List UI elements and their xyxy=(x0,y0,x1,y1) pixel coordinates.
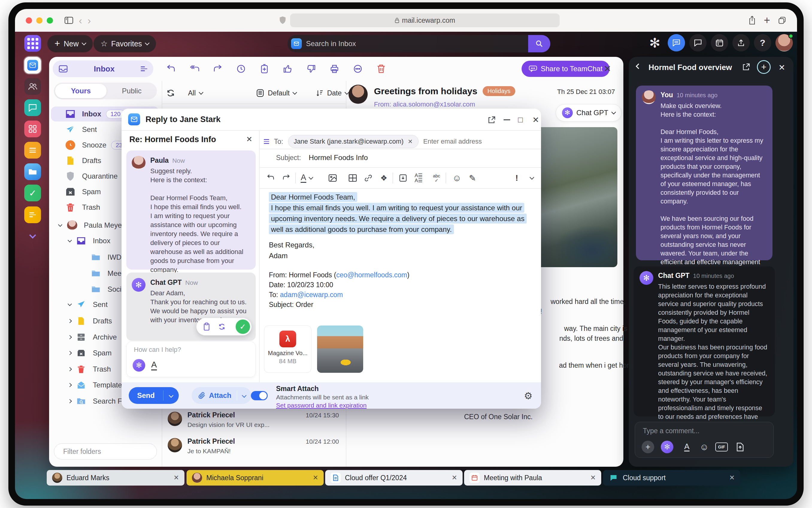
rail-teamchat-app[interactable] xyxy=(24,99,41,116)
quoted-to-link[interactable]: adam@icewarp.com xyxy=(280,291,343,299)
add-recipient-input[interactable] xyxy=(423,138,492,145)
remove-recipient-icon[interactable]: ✕ xyxy=(408,138,413,145)
signature-pen-button[interactable]: ✎ xyxy=(466,170,478,186)
panel-popout-button[interactable] xyxy=(742,63,750,71)
insert-image-button[interactable] xyxy=(327,170,339,186)
rail-contacts-app[interactable] xyxy=(24,78,41,95)
subject-row[interactable]: Subject: Hormel Foods Info xyxy=(276,154,368,162)
snooze-button[interactable] xyxy=(236,64,246,74)
set-password-link[interactable]: Set password and link expiration xyxy=(276,402,369,409)
thumbs-up-button[interactable] xyxy=(283,64,293,74)
search-button[interactable] xyxy=(528,35,550,52)
upload-file-button[interactable] xyxy=(734,441,746,453)
search-input[interactable] xyxy=(306,40,528,48)
forward-button[interactable] xyxy=(212,64,223,74)
redo-button[interactable] xyxy=(280,170,292,186)
traffic-minimize-button[interactable] xyxy=(36,17,42,24)
tab-meeting-with-paula[interactable]: Meeting with Paula ✕ xyxy=(464,470,601,485)
chatgpt-comment-button[interactable]: ✻ xyxy=(661,441,673,453)
rail-more-button[interactable] xyxy=(24,228,41,245)
minimize-button[interactable] xyxy=(504,119,510,120)
back-button[interactable] xyxy=(636,64,641,70)
chatgpt-toolbar-icon[interactable]: ✻ xyxy=(646,34,663,51)
current-folder-pill[interactable]: Inbox xyxy=(53,60,153,77)
attachment-pdf-card[interactable]: λ Magazine Vo... 84 MB xyxy=(264,326,311,373)
new-tab-icon[interactable]: + xyxy=(764,16,770,25)
toolbar-more-button[interactable] xyxy=(526,170,538,186)
paragraph-settings-button[interactable]: A☰A☰ xyxy=(413,170,425,186)
spellcheck-button[interactable]: abc✓ xyxy=(431,170,442,186)
close-thread-button[interactable]: ✕ xyxy=(246,135,253,143)
format-text-button[interactable]: A xyxy=(681,441,693,453)
accept-suggestion-button[interactable]: ✓ xyxy=(236,320,250,334)
emoji-button[interactable]: ☺ xyxy=(698,441,710,453)
app-launcher-button[interactable] xyxy=(24,35,41,52)
maximize-button[interactable]: □ xyxy=(518,115,523,124)
import-file-button[interactable] xyxy=(397,170,409,186)
account-avatar[interactable] xyxy=(775,34,793,51)
compose-body[interactable]: Dear Hormel Foods Team, I hope this emai… xyxy=(269,192,538,235)
compose-settings-gear[interactable]: ⚙ xyxy=(524,390,533,401)
list-view-dropdown[interactable]: Default xyxy=(256,89,297,97)
rail-mail-app[interactable] xyxy=(24,57,41,74)
rail-drive-app[interactable] xyxy=(24,163,41,180)
email-from[interactable]: From: alica.solomon@x1solar.com xyxy=(374,100,475,108)
tab-michaela-sopprani[interactable]: Michaela Sopprani ✕ xyxy=(187,470,324,485)
collapse-list-icon[interactable] xyxy=(141,65,147,72)
undo-button[interactable] xyxy=(265,170,277,186)
close-mail-view-button[interactable]: ✕ xyxy=(604,64,611,74)
archive-add-button[interactable] xyxy=(259,64,269,74)
delete-button[interactable] xyxy=(376,64,386,74)
dropbox-button[interactable]: ❖ xyxy=(378,170,390,186)
rail-meetings-app[interactable] xyxy=(24,121,41,137)
close-tab-icon[interactable]: ✕ xyxy=(452,474,457,482)
gif-button[interactable]: GIF xyxy=(715,441,728,453)
close-tab-icon[interactable]: ✕ xyxy=(313,474,318,482)
close-tab-icon[interactable]: ✕ xyxy=(173,474,179,482)
tab-eduard-marks[interactable]: Eduard Marks ✕ xyxy=(47,470,185,485)
message-row[interactable]: Patrick Priecel 10/24 12:00 Je to KAMPAŇ… xyxy=(165,436,344,462)
new-button[interactable]: + New xyxy=(47,35,93,52)
chatgpt-icon[interactable]: ✻ xyxy=(132,359,145,372)
recipient-chip[interactable]: Jane Stark (jane.stark@icewarp.com) ✕ xyxy=(288,135,419,148)
panel-close-button[interactable]: ✕ xyxy=(778,63,785,72)
refresh-button[interactable] xyxy=(166,89,175,97)
sidebar-toggle-icon[interactable] xyxy=(64,16,73,24)
insert-table-button[interactable] xyxy=(347,170,359,186)
reply-button[interactable] xyxy=(166,64,176,74)
close-tab-icon[interactable]: ✕ xyxy=(590,474,596,482)
rail-notes-app[interactable] xyxy=(24,142,41,159)
copy-button[interactable] xyxy=(203,323,210,331)
list-sort-dropdown[interactable]: Date xyxy=(316,89,349,97)
rail-lists-app[interactable] xyxy=(24,206,41,223)
favorites-button[interactable]: ☆ Favorites xyxy=(93,35,156,52)
close-tab-icon[interactable]: ✕ xyxy=(729,474,735,482)
tab-cloud-support[interactable]: Cloud support ✕ xyxy=(603,470,740,485)
attachment-image-thumbnail[interactable] xyxy=(317,326,363,373)
recipients-list-icon[interactable] xyxy=(264,138,269,145)
close-modal-button[interactable]: ✕ xyxy=(532,115,539,125)
rail-tasks-app[interactable]: ✓ xyxy=(24,184,41,201)
tab-public[interactable]: Public xyxy=(107,87,157,95)
tab-overview-icon[interactable] xyxy=(778,16,786,25)
chatgpt-email-button[interactable]: ✻ Chat GPT xyxy=(556,104,622,122)
font-style-button[interactable]: A xyxy=(301,170,313,186)
address-bar[interactable]: mail.icewarp.com xyxy=(290,13,559,27)
format-text-icon[interactable]: A xyxy=(151,360,157,370)
tab-yours[interactable]: Yours xyxy=(55,84,107,98)
back-button[interactable]: ‹ xyxy=(79,15,82,26)
share-to-teamchat-button[interactable]: Share to TeamChat xyxy=(521,61,610,77)
regenerate-button[interactable] xyxy=(218,323,226,331)
emoji-button[interactable]: ☺ xyxy=(451,170,463,186)
global-search[interactable] xyxy=(287,35,550,52)
attach-button[interactable]: Attach xyxy=(192,387,251,404)
print-button[interactable] xyxy=(330,64,340,74)
traffic-close-button[interactable] xyxy=(26,17,32,24)
quoted-from-link[interactable]: ceo@hormelfoods.com xyxy=(336,271,407,279)
message-row[interactable]: Patrick Priecel 10/24 15:30 Design visio… xyxy=(165,410,344,436)
email-tag-badge[interactable]: Holidays xyxy=(482,86,515,96)
assistant-input[interactable] xyxy=(134,346,247,354)
upload-toolbar-button[interactable] xyxy=(732,34,750,51)
list-filter-dropdown[interactable]: All xyxy=(188,89,203,97)
thumbs-down-button[interactable] xyxy=(306,64,316,74)
